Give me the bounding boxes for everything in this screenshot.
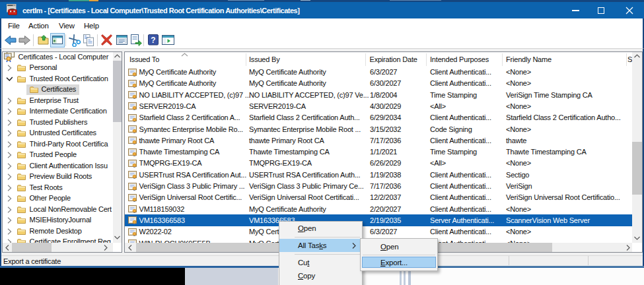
svg-text:?: ? — [151, 36, 155, 45]
